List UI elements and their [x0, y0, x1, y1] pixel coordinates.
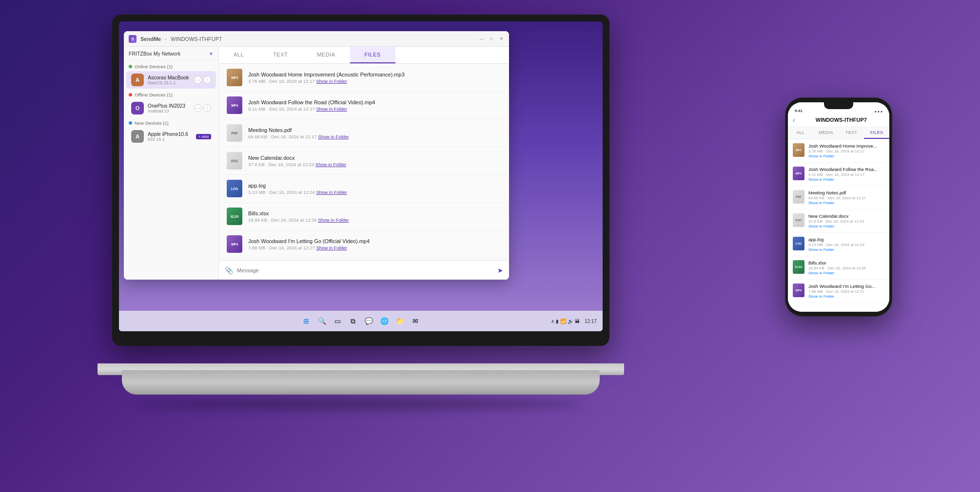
task-view-button[interactable]: ▭	[331, 315, 344, 327]
phone-show-folder-2[interactable]: Show in Folder	[808, 201, 884, 205]
phone-file-item-1[interactable]: MP4 Josh Woodward Follow the Roa... 9.11…	[788, 163, 889, 186]
titlebar-controls: — □ ✕	[479, 36, 504, 42]
file-item-0[interactable]: MP3 Josh Woodward Home Improvement (Acou…	[219, 64, 509, 92]
tab-all[interactable]: ALL	[219, 47, 258, 63]
file-name-0: Josh Woodward Home Improvement (Acoustic…	[248, 72, 501, 77]
file-icon-1: MP4	[227, 96, 242, 114]
phone-screen: 9:41 ● ● ● ‹ WINDOWS-ITHFUP7 ALL MEDIA T…	[788, 102, 889, 312]
message-bar: 📎 ➤	[219, 260, 509, 280]
file-item-1[interactable]: MP4 Josh Woodward Follow the Road (Offic…	[219, 92, 509, 119]
device-os-iphone: iOS 15.1	[148, 137, 196, 142]
phone-title: WINDOWS-ITHFUP7	[798, 117, 884, 123]
file-meta-6: 7.88 MB · Dec 16, 2024 at 12:27 Show in …	[248, 245, 501, 250]
file-item-5[interactable]: XLSX Bills.xlsx 18.94 KB · Dec 16, 2024 …	[219, 203, 509, 230]
device-item-macbook[interactable]: A Ascoras MacBook MacOS 15.1.1 ⋯ ⋮	[126, 71, 216, 89]
phone-tab-files[interactable]: FILES	[864, 127, 889, 139]
phone-show-folder-6[interactable]: Show in Folder	[808, 294, 884, 299]
attachment-icon[interactable]: 📎	[225, 266, 233, 274]
phone-tab-all[interactable]: ALL	[788, 127, 813, 139]
phone-file-item-4[interactable]: LOG app.log 3.13 MB · Dec 16, 2024 at 12…	[788, 233, 889, 256]
mail-button[interactable]: ✉	[409, 315, 422, 327]
file-item-6[interactable]: MP4 Josh Woodward I'm Letting Go (Offici…	[219, 230, 509, 258]
show-folder-link-3[interactable]: Show in Folder	[315, 162, 346, 167]
message-input[interactable]	[237, 267, 493, 273]
file-icon-6: MP4	[227, 235, 242, 253]
device-item-oneplus[interactable]: O OnePlus IN2023 Android 13 ⋯ ⋮	[126, 99, 216, 117]
oneplus-action-btn-2[interactable]: ⋮	[203, 104, 211, 112]
window-body: FRITZBox My Network ▼ Online Devices (1)…	[124, 47, 509, 280]
phone-file-name-4: app.log	[808, 237, 884, 242]
online-section-label: Online Devices (1)	[135, 64, 173, 69]
taskbar-bar-icon: ▮	[556, 319, 559, 324]
show-folder-link-1[interactable]: Show in Folder	[316, 106, 347, 112]
explorer-button[interactable]: 📁	[393, 315, 406, 327]
add-device-badge[interactable]: + Add	[196, 134, 211, 139]
phone-tab-media[interactable]: MEDIA	[813, 127, 839, 139]
taskbar-network-icon[interactable]: 📶	[560, 319, 566, 324]
phone-file-details-2: Meeting Notes.pdf 64.68 KB · Dec 16, 202…	[808, 190, 884, 205]
phone-file-item-2[interactable]: PDF Meeting Notes.pdf 64.68 KB · Dec 16,…	[788, 186, 889, 209]
taskbar-battery-icon: 🖬	[575, 319, 580, 324]
file-item-4[interactable]: LOG app.log 3.13 MB · Dec 16, 2024 at 12…	[219, 175, 509, 203]
tab-files[interactable]: FILES	[350, 47, 395, 63]
file-details-4: app.log 3.13 MB · Dec 16, 2024 at 12:24 …	[248, 183, 501, 195]
device-action-btn-1[interactable]: ⋯	[194, 76, 202, 84]
phone-back-icon[interactable]: ‹	[793, 116, 795, 124]
show-folder-link-5[interactable]: Show in Folder	[318, 217, 349, 223]
new-section-label: New Devices (1)	[135, 120, 169, 126]
titlebar-separator: •	[165, 36, 167, 42]
offline-dot-icon	[129, 93, 132, 96]
phone-show-folder-0[interactable]: Show in Folder	[808, 154, 884, 158]
edge-button[interactable]: 🌐	[378, 315, 391, 327]
file-meta-0: 3.76 MB · Dec 16, 2024 at 12:17 Show in …	[248, 78, 501, 84]
maximize-button[interactable]: □	[489, 36, 494, 42]
phone-file-name-0: Josh Woodward Home Improve...	[808, 143, 884, 149]
show-folder-link-6[interactable]: Show in Folder	[316, 245, 347, 250]
file-item-3[interactable]: DOC New Calendar.docx 37.8 KB · Dec 16, …	[219, 147, 509, 175]
phone-show-folder-4[interactable]: Show in Folder	[808, 247, 884, 252]
phone-file-details-4: app.log 3.13 MB · Dec 16, 2024 at 12:24 …	[808, 237, 884, 252]
taskbar-chevron-icon[interactable]: ∧	[551, 319, 554, 324]
minimize-button[interactable]: —	[479, 36, 485, 42]
search-button[interactable]: 🔍	[315, 315, 328, 327]
send-icon[interactable]: ➤	[497, 266, 503, 274]
phone-time: 9:41	[795, 109, 803, 113]
chat-button[interactable]: 💬	[362, 315, 375, 327]
windows-start-button[interactable]: ⊞	[300, 315, 313, 327]
sidebar-network[interactable]: FRITZBox My Network ▼	[124, 47, 218, 61]
phone-file-meta-0: 3.76 MB · Dec 16, 2024 at 12:17	[808, 149, 884, 153]
phone-file-item-3[interactable]: DOC New Calendar.docx 37.8 KB · Dec 16, …	[788, 209, 889, 233]
close-button[interactable]: ✕	[498, 36, 504, 42]
phone-wrapper: 9:41 ● ● ● ‹ WINDOWS-ITHFUP7 ALL MEDIA T…	[785, 97, 892, 317]
tab-text[interactable]: TEXT	[258, 47, 302, 63]
show-folder-link-2[interactable]: Show in Folder	[318, 134, 349, 139]
phone-show-folder-3[interactable]: Show in Folder	[808, 224, 884, 228]
phone-file-icon-1: MP4	[793, 167, 804, 180]
phone-show-folder-5[interactable]: Show in Folder	[808, 271, 884, 275]
device-os-oneplus: Android 13	[148, 109, 194, 114]
phone-tabs: ALL MEDIA TEXT FILES	[788, 127, 889, 139]
file-icon-4: LOG	[227, 180, 242, 197]
phone-show-folder-1[interactable]: Show in Folder	[808, 177, 884, 182]
laptop: S SendMe • WINDOWS-ITHFUP7 — □ ✕	[98, 15, 624, 414]
phone-file-item-6[interactable]: MP4 Josh Woodward I'm Letting Go... 7.88…	[788, 280, 889, 303]
phone-file-item-0[interactable]: MP3 Josh Woodward Home Improve... 3.76 M…	[788, 139, 889, 163]
phone-file-item-5[interactable]: XLSX Bills.xlsx 18.94 KB · Dec 16, 2024 …	[788, 256, 889, 280]
taskbar-sound-icon[interactable]: 🔊	[568, 319, 573, 324]
device-action-btn-2[interactable]: ⋮	[203, 76, 211, 84]
phone-tab-text[interactable]: TEXT	[839, 127, 864, 139]
phone-file-icon-6: MP4	[793, 284, 804, 297]
sidebar: FRITZBox My Network ▼ Online Devices (1)…	[124, 47, 219, 280]
widgets-button[interactable]: ⧉	[347, 315, 359, 327]
device-avatar-oneplus: O	[131, 102, 144, 114]
show-folder-link-4[interactable]: Show in Folder	[316, 189, 347, 195]
device-actions-macbook: ⋯ ⋮	[194, 76, 211, 84]
sendme-app-window: S SendMe • WINDOWS-ITHFUP7 — □ ✕	[124, 31, 509, 280]
show-folder-link-0[interactable]: Show in Folder	[316, 78, 347, 84]
oneplus-action-btn-1[interactable]: ⋯	[194, 104, 202, 112]
file-details-5: Bills.xlsx 18.94 KB · Dec 16, 2024 at 12…	[248, 210, 501, 223]
device-info-iphone: Apple iPhone10.6 iOS 15.1	[148, 131, 196, 142]
file-item-2[interactable]: PDF Meeting Notes.pdf 64.68 KB · Dec 16,…	[219, 119, 509, 147]
tab-media[interactable]: MEDIA	[302, 47, 350, 63]
device-item-iphone[interactable]: A Apple iPhone10.6 iOS 15.1 + Add	[126, 128, 216, 145]
